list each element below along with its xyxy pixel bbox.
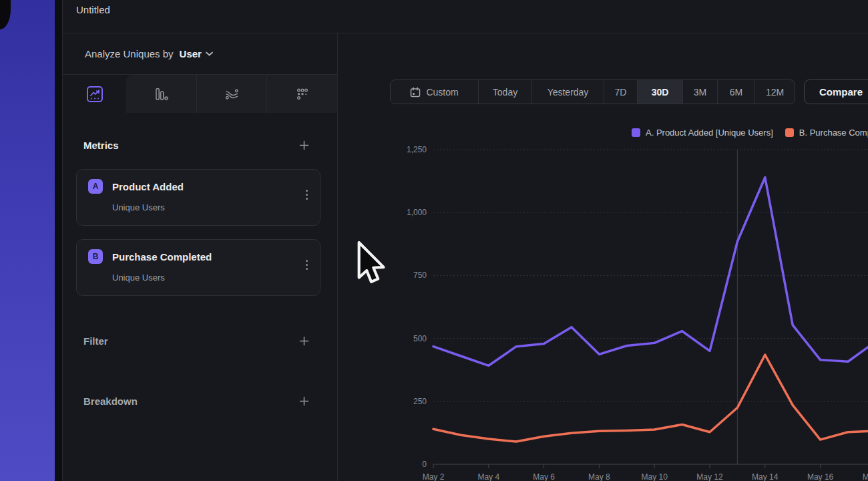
breakdown-label: Breakdown	[83, 395, 138, 407]
y-axis-tick-label: 750	[413, 271, 427, 280]
chart-panel: CustomTodayYesterday7D30D3M6M12M Compare…	[338, 33, 868, 481]
metric-card-list: AProduct AddedUnique UsersBPurchase Comp…	[76, 169, 320, 309]
x-axis-tick-label: May 6	[533, 472, 555, 481]
uniques-selector-dropdown[interactable]: User	[180, 48, 213, 59]
topbar: Untitled	[63, 0, 868, 33]
chevron-down-icon	[206, 51, 213, 56]
query-builder-panel: Analyze Uniques by User	[63, 33, 338, 481]
flows-waves-icon	[224, 86, 240, 102]
tab-funnels[interactable]	[126, 75, 196, 113]
tab-insights[interactable]	[63, 75, 126, 113]
metric-badge: A	[88, 179, 103, 194]
tab-group	[126, 75, 337, 113]
screenshot-frame: Untitled Analyze Uniques by User	[0, 0, 868, 481]
tab-flows[interactable]	[196, 75, 267, 113]
uniques-selector-value: User	[180, 48, 202, 59]
metric-subtitle: Unique Users	[112, 273, 310, 283]
filter-label: Filter	[83, 335, 108, 347]
analyze-row: Analyze Uniques by User	[63, 33, 337, 75]
x-axis-tick-label: May 14	[752, 472, 779, 481]
metrics-section-header: Metrics	[83, 139, 310, 152]
breakdown-section-header: Breakdown	[83, 395, 310, 408]
report-title[interactable]: Untitled	[76, 4, 110, 15]
plus-icon	[299, 140, 309, 150]
mouse-cursor	[357, 241, 387, 291]
line-chart[interactable]: 02505007501,0001,250May 2May 4May 6May 8…	[338, 33, 868, 481]
line-chart-icon	[86, 86, 103, 103]
kebab-menu-icon[interactable]	[303, 257, 310, 273]
y-axis-tick-label: 500	[413, 334, 427, 343]
y-axis-tick-label: 0	[422, 460, 427, 469]
metric-card-top: AProduct Added	[88, 179, 310, 194]
x-axis-tick-label: May 18	[863, 472, 868, 481]
tab-retention[interactable]	[266, 75, 337, 113]
metric-subtitle: Unique Users	[112, 202, 310, 212]
add-filter-button[interactable]	[298, 335, 310, 347]
kebab-menu-icon[interactable]	[303, 187, 310, 202]
y-axis-tick-label: 1,250	[407, 145, 427, 154]
x-axis-tick-label: May 10	[642, 472, 668, 481]
y-axis-tick-label: 1,000	[407, 208, 427, 217]
series-line-b[interactable]	[433, 355, 868, 442]
metric-card-a[interactable]: AProduct AddedUnique Users	[76, 169, 320, 226]
metric-card-top: BPurchase Completed	[88, 249, 310, 264]
metric-name: Purchase Completed	[112, 251, 212, 263]
x-axis-tick-label: May 8	[588, 472, 610, 481]
analyze-label: Analyze Uniques by	[85, 48, 174, 59]
plus-icon	[299, 396, 309, 406]
filter-section-header: Filter	[83, 335, 310, 347]
chart-type-tabs	[63, 75, 337, 113]
metric-name: Product Added	[112, 181, 184, 192]
add-breakdown-button[interactable]	[298, 395, 310, 408]
y-axis-tick-label: 250	[413, 397, 427, 406]
add-metric-button[interactable]	[298, 139, 310, 152]
x-axis-tick-label: May 12	[696, 472, 723, 481]
metric-card-b[interactable]: BPurchase CompletedUnique Users	[76, 239, 320, 296]
x-axis-tick-label: May 4	[477, 472, 499, 481]
metric-badge: B	[88, 249, 103, 264]
x-axis-tick-label: May 2	[423, 472, 445, 481]
x-axis-tick-label: May 16	[807, 472, 834, 481]
series-line-a[interactable]	[433, 177, 868, 365]
app-window: Untitled Analyze Uniques by User	[62, 0, 868, 481]
funnel-bars-icon	[153, 86, 169, 102]
plus-icon	[299, 336, 309, 346]
retention-dots-icon	[294, 86, 310, 102]
accent-strip	[0, 0, 55, 481]
metrics-label: Metrics	[83, 140, 119, 151]
